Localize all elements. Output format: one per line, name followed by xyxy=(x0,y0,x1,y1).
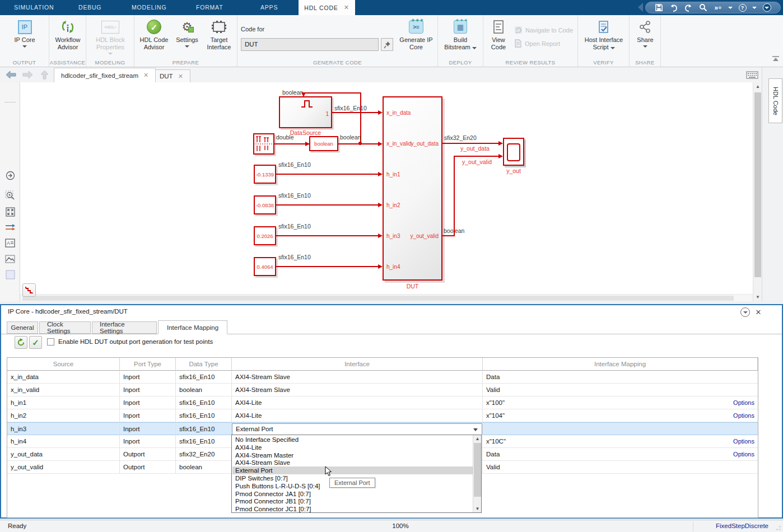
close-icon[interactable]: ✕ xyxy=(143,72,148,79)
signal-line[interactable] xyxy=(276,266,380,267)
tab-hdl-code[interactable]: HDL CODE ✕ xyxy=(299,0,355,15)
dropdown-item[interactable]: Pmod Connector JB1 [0:7] xyxy=(232,497,473,505)
panel-collapse-icon[interactable] xyxy=(740,307,750,317)
favorites-icon[interactable]: »☆ xyxy=(713,3,723,12)
pin-button[interactable] xyxy=(381,38,393,51)
save-icon[interactable] xyxy=(654,3,664,12)
back-icon[interactable] xyxy=(4,69,17,80)
scrollbar-thumb[interactable] xyxy=(22,296,734,301)
annotation-icon[interactable]: A xyxy=(4,237,16,249)
scroll-up-icon[interactable]: ▲ xyxy=(753,82,762,91)
dropdown-item[interactable]: Pmod Connector JC1 [0:7] xyxy=(232,505,473,513)
scroll-down-icon[interactable]: ▼ xyxy=(473,505,482,512)
host-interface-script-button[interactable]: Host Interface Script xyxy=(580,18,627,51)
sample-time-legend-button[interactable] xyxy=(22,283,36,297)
area-icon[interactable] xyxy=(4,268,16,281)
panel-tab-interface-mapping[interactable]: Interface Mapping xyxy=(158,320,227,334)
cell-interface[interactable]: AXI4-Lite xyxy=(232,396,483,409)
view-code-button[interactable]: View Code xyxy=(486,18,511,51)
options-link[interactable]: Options xyxy=(733,435,754,447)
help-caret-icon[interactable] xyxy=(752,7,757,9)
search-icon[interactable] xyxy=(698,3,708,12)
zoom-region-icon[interactable] xyxy=(4,189,16,202)
refresh-button[interactable] xyxy=(15,336,27,349)
signal-line[interactable] xyxy=(454,156,501,157)
scrollbar-thumb[interactable] xyxy=(474,443,481,497)
constant-block[interactable]: -0.0838 xyxy=(254,195,276,214)
menu-tab-modeling[interactable]: MODELING xyxy=(132,0,166,15)
cell-interface[interactable]: AXI4-Stream Slave xyxy=(232,384,483,396)
canvas-vertical-scrollbar[interactable]: ▲ ▼ xyxy=(753,82,762,301)
stimulus-source-block[interactable] xyxy=(253,133,274,155)
signal-routing-icon[interactable] xyxy=(4,221,16,234)
close-icon[interactable]: ✕ xyxy=(344,4,349,11)
options-link[interactable]: Options xyxy=(733,396,754,409)
target-interface-button[interactable]: Target Interface xyxy=(203,18,235,51)
menu-tab-debug[interactable]: DEBUG xyxy=(78,0,101,15)
image-icon[interactable] xyxy=(4,253,16,265)
settings-button[interactable]: ⚙ Settings xyxy=(175,18,199,48)
constant-block[interactable]: -0.1339 xyxy=(254,165,276,184)
panel-tab-interface-settings[interactable]: Interface Settings xyxy=(92,321,157,334)
workflow-advisor-button[interactable]: Workflow Advisor xyxy=(50,18,86,51)
constant-block[interactable]: 0.2026 xyxy=(254,226,276,245)
resize-grip[interactable] xyxy=(776,526,781,530)
signal-line[interactable] xyxy=(442,235,455,236)
menu-tab-simulation[interactable]: SIMULATION xyxy=(14,0,54,15)
test-points-checkbox[interactable] xyxy=(47,338,54,346)
cell-interface[interactable]: AXI4-Lite xyxy=(232,409,483,422)
validate-button[interactable]: ✓ xyxy=(29,336,42,349)
options-link[interactable]: Options xyxy=(733,409,754,422)
doc-tab-model[interactable]: hdlcoder_sfir_fixed_stream ✕ xyxy=(54,68,156,82)
dropdown-item[interactable]: No Interface Specified xyxy=(232,436,473,444)
signal-line[interactable] xyxy=(454,156,455,236)
open-report-button[interactable]: Open Report xyxy=(514,39,560,48)
scrollbar-thumb[interactable] xyxy=(754,92,761,277)
undo-icon[interactable] xyxy=(669,3,679,12)
hdl-code-advisor-button[interactable]: ✓ HDL Code Advisor xyxy=(137,18,171,51)
annotation-arrow-icon[interactable] xyxy=(4,169,16,181)
dropdown-item[interactable]: AXI4-Stream Master xyxy=(232,451,473,459)
hdl-code-side-tab[interactable]: HDL Code xyxy=(768,78,782,123)
code-for-combobox[interactable]: DUT xyxy=(241,38,379,51)
build-bitstream-button[interactable]: ▦✶✶✶ Build Bitstream xyxy=(441,18,480,51)
canvas-horizontal-scrollbar[interactable] xyxy=(20,294,753,301)
qat-collapse-icon[interactable] xyxy=(638,3,643,12)
scroll-up-icon[interactable]: ▲ xyxy=(473,435,482,442)
scope-block[interactable] xyxy=(503,138,524,166)
dut-subsystem-block[interactable]: x_in_data x_in_valid h_in1 h_in2 h_in3 h… xyxy=(383,96,442,281)
signal-line[interactable] xyxy=(276,235,380,236)
navigate-to-code-button[interactable]: Navigate to Code xyxy=(514,26,573,34)
table-row[interactable]: h_in2Inportsfix16_En10AXI4-Litex"104"Opt… xyxy=(7,409,758,422)
signal-line[interactable] xyxy=(332,112,380,113)
interface-combobox[interactable]: External Port xyxy=(232,423,482,435)
redo-icon[interactable] xyxy=(684,3,693,12)
keyboard-shortcuts-icon[interactable] xyxy=(745,70,759,80)
options-link[interactable]: Options xyxy=(733,448,754,460)
chevron-down-icon[interactable] xyxy=(473,428,478,431)
favorites-caret-icon[interactable] xyxy=(728,7,733,9)
fit-to-view-icon[interactable] xyxy=(4,206,16,218)
table-row[interactable]: h_in1Inportsfix16_En10AXI4-Litex"100"Opt… xyxy=(7,396,758,409)
data-type-conversion-block[interactable]: boolean xyxy=(309,136,338,151)
generate-ip-core-button[interactable]: >≡✶✶✶ Generate IP Core xyxy=(399,18,434,51)
dropdown-item[interactable]: AXI4-Stream Slave xyxy=(232,459,473,466)
scroll-down-icon[interactable]: ▼ xyxy=(753,293,762,301)
table-row[interactable]: x_in_dataInportsfix16_En10AXI4-Stream Sl… xyxy=(7,371,758,384)
menu-tab-format[interactable]: FORMAT xyxy=(196,0,223,15)
collapse-ribbon-icon[interactable] xyxy=(771,54,781,63)
table-row[interactable]: h_in3Inportsfix16_En10External Port xyxy=(7,422,758,435)
cell-interface[interactable]: AXI4-Stream Slave xyxy=(232,371,483,384)
panel-tab-clock-settings[interactable]: Clock Settings xyxy=(39,321,91,334)
dropdown-scrollbar[interactable]: ▲ ▼ xyxy=(473,435,481,512)
up-icon[interactable] xyxy=(38,69,50,80)
forward-icon[interactable] xyxy=(21,69,34,80)
panel-tab-general[interactable]: General xyxy=(7,321,38,334)
table-row[interactable]: x_in_validInportbooleanAXI4-Stream Slave… xyxy=(7,384,758,396)
help-icon[interactable]: ? xyxy=(738,3,747,12)
dropdown-item[interactable]: Pmod Connector JA1 [0:7] xyxy=(232,490,473,498)
signal-line[interactable] xyxy=(276,204,380,206)
signal-line[interactable] xyxy=(305,92,361,94)
dropdown-item[interactable]: External Port xyxy=(232,466,473,474)
datasource-block[interactable]: 1 xyxy=(279,96,332,128)
